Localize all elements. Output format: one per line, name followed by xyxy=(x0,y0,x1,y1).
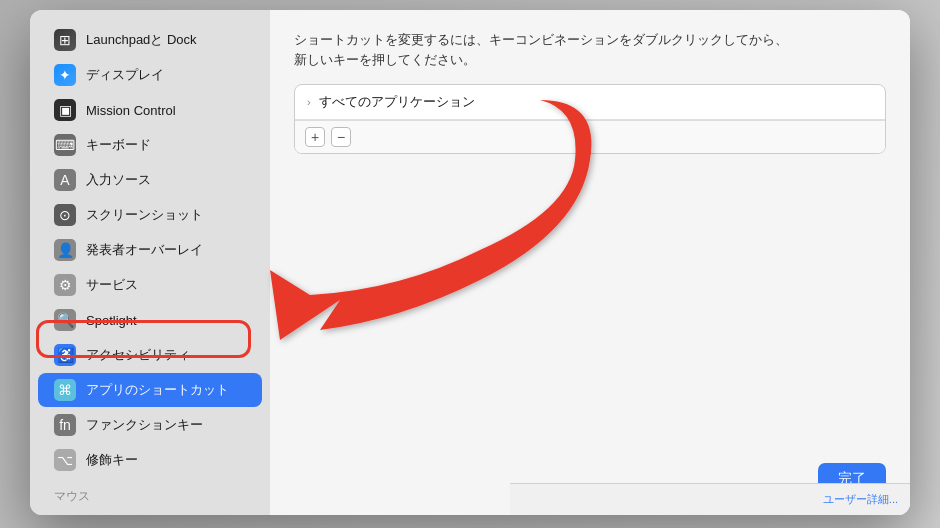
shortcuts-table: › すべてのアプリケーション + − xyxy=(294,84,886,154)
sidebar-item-presenter[interactable]: 👤発表者オーバーレイ xyxy=(38,233,262,267)
sidebar-bottom: マウス xyxy=(30,478,270,515)
add-button[interactable]: + xyxy=(305,127,325,147)
remove-button[interactable]: − xyxy=(331,127,351,147)
sidebar-item-label-mission: Mission Control xyxy=(86,103,176,118)
sidebar-item-spotlight[interactable]: 🔍Spotlight xyxy=(38,303,262,337)
screenshot-icon: ⊙ xyxy=(54,204,76,226)
mission-icon: ▣ xyxy=(54,99,76,121)
sidebar-item-services[interactable]: ⚙サービス xyxy=(38,268,262,302)
services-icon: ⚙ xyxy=(54,274,76,296)
table-row[interactable]: › すべてのアプリケーション xyxy=(295,85,885,120)
sidebar-item-label-presenter: 発表者オーバーレイ xyxy=(86,241,203,259)
sidebar-item-accessibility[interactable]: ♿アクセシビリティ xyxy=(38,338,262,372)
sidebar-item-display[interactable]: ✦ディスプレイ xyxy=(38,58,262,92)
sidebar-item-label-launchpad: Launchpadと Dock xyxy=(86,31,197,49)
instruction-text: ショートカットを変更するには、キーコンビネーションをダブルクリックしてから、新し… xyxy=(294,30,886,70)
sidebar-item-label-services: サービス xyxy=(86,276,138,294)
sidebar-item-label-display: ディスプレイ xyxy=(86,66,164,84)
presenter-icon: 👤 xyxy=(54,239,76,261)
sidebar-item-modifier[interactable]: ⌥修飾キー xyxy=(38,443,262,477)
keyboard-icon: ⌨ xyxy=(54,134,76,156)
spotlight-icon: 🔍 xyxy=(54,309,76,331)
chevron-icon: › xyxy=(307,96,311,108)
table-footer: + − xyxy=(295,120,885,153)
sidebar-item-function[interactable]: fnファンクションキー xyxy=(38,408,262,442)
sidebar-item-screenshot[interactable]: ⊙スクリーンショット xyxy=(38,198,262,232)
display-icon: ✦ xyxy=(54,64,76,86)
sidebar-item-label-function: ファンクションキー xyxy=(86,416,203,434)
sidebar-item-input[interactable]: A入力ソース xyxy=(38,163,262,197)
bottom-bar: ユーザー詳細... xyxy=(510,483,910,515)
sidebar: ⊞Launchpadと Dock✦ディスプレイ▣Mission Control⌨… xyxy=(30,10,270,515)
sidebar-item-label-modifier: 修飾キー xyxy=(86,451,138,469)
sidebar-item-label-input: 入力ソース xyxy=(86,171,151,189)
content-area: ショートカットを変更するには、キーコンビネーションをダブルクリックしてから、新し… xyxy=(270,10,910,515)
sidebar-item-label-keyboard: キーボード xyxy=(86,136,151,154)
sidebar-item-label-screenshot: スクリーンショット xyxy=(86,206,203,224)
all-apps-label: すべてのアプリケーション xyxy=(319,93,475,111)
sidebar-item-label-appshortcut: アプリのショートカット xyxy=(86,381,229,399)
sidebar-item-keyboard[interactable]: ⌨キーボード xyxy=(38,128,262,162)
sidebar-item-launchpad[interactable]: ⊞Launchpadと Dock xyxy=(38,23,262,57)
main-window: ⊞Launchpadと Dock✦ディスプレイ▣Mission Control⌨… xyxy=(30,10,910,515)
panel: ショートカットを変更するには、キーコンビネーションをダブルクリックしてから、新し… xyxy=(294,30,886,495)
appshortcut-icon: ⌘ xyxy=(54,379,76,401)
function-icon: fn xyxy=(54,414,76,436)
mouse-section-label: マウス xyxy=(38,484,262,509)
accessibility-icon: ♿ xyxy=(54,344,76,366)
sidebar-item-label-accessibility: アクセシビリティ xyxy=(86,346,190,364)
sidebar-item-label-spotlight: Spotlight xyxy=(86,313,137,328)
user-details-link[interactable]: ユーザー詳細... xyxy=(823,492,898,507)
sidebar-item-appshortcut[interactable]: ⌘アプリのショートカット xyxy=(38,373,262,407)
launchpad-icon: ⊞ xyxy=(54,29,76,51)
modifier-icon: ⌥ xyxy=(54,449,76,471)
sidebar-item-mission[interactable]: ▣Mission Control xyxy=(38,93,262,127)
input-icon: A xyxy=(54,169,76,191)
